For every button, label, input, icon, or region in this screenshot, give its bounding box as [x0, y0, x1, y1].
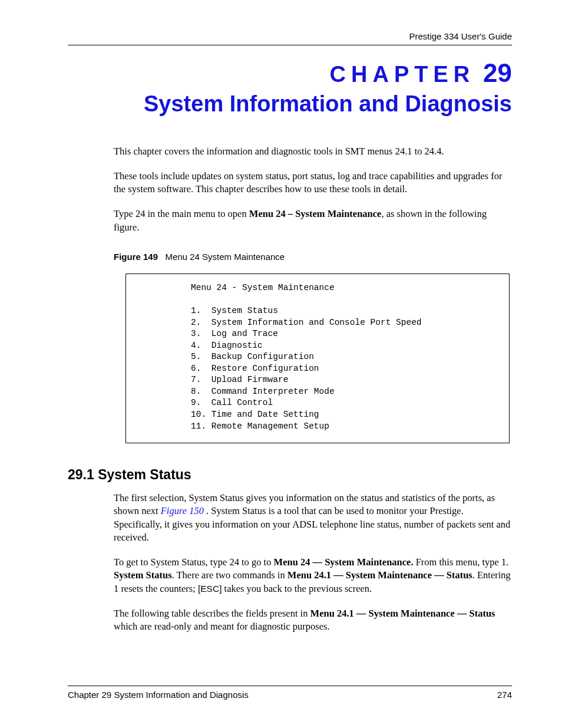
section-body: The first selection, System Status gives…: [114, 492, 512, 633]
page-footer: Chapter 29 System Information and Diagno…: [68, 686, 512, 700]
key-esc: [ESC]: [198, 584, 222, 594]
text: . There are two commands in: [172, 569, 287, 581]
running-header: Prestige 334 User's Guide: [68, 31, 512, 45]
intro-para-1: This chapter covers the information and …: [114, 145, 512, 158]
menu-name: Menu 24 — System Maintenance.: [274, 556, 414, 568]
section-para-1: The first selection, System Status gives…: [114, 492, 512, 544]
chapter-title: System Information and Diagnosis: [68, 90, 512, 118]
intro-para-3: Type 24 in the main menu to open Menu 24…: [114, 207, 512, 234]
chapter-label: CHAPTER: [330, 62, 475, 87]
figure-title: Menu 24 System Maintenance: [166, 252, 285, 262]
section-para-2: To get to System Status, type 24 to go t…: [114, 556, 512, 595]
chapter-heading: CHAPTER 29 System Information and Diagno…: [68, 58, 512, 118]
menu-name: Menu 24.1 — System Maintenance — Status: [287, 569, 472, 581]
section-heading: 29.1 System Status: [68, 467, 512, 483]
menu-name: Menu 24.1 — System Maintenance — Status: [310, 608, 495, 619]
menu-name: Menu 24 – System Maintenance: [249, 208, 382, 219]
text: From this menu, type 1.: [414, 556, 509, 568]
bottom-rule: [68, 686, 512, 686]
section-para-3: The following table describes the fields…: [114, 607, 512, 634]
top-rule: [68, 45, 512, 45]
footer-chapter: Chapter 29 System Information and Diagno…: [68, 690, 249, 700]
intro-para-2: These tools include updates on system st…: [114, 170, 512, 196]
figure-label: Figure 149: [114, 252, 158, 262]
text: takes you back to the previous screen.: [222, 583, 372, 594]
text: Type 24 in the main menu to open: [114, 208, 249, 219]
figure-link[interactable]: Figure 150: [161, 505, 206, 516]
chapter-number: 29: [483, 58, 512, 87]
text: which are read-only and meant for diagno…: [114, 621, 330, 632]
page-number: 274: [497, 690, 512, 700]
body-block: This chapter covers the information and …: [114, 145, 512, 444]
menu-name: System Status: [114, 569, 172, 581]
terminal-screen: Menu 24 - System Maintenance 1. System S…: [125, 274, 510, 443]
figure-caption: Figure 149 Menu 24 System Maintenance: [114, 252, 512, 262]
page: Prestige 334 User's Guide CHAPTER 29 Sys…: [0, 0, 562, 728]
text: The following table describes the fields…: [114, 608, 310, 619]
text: To get to System Status, type 24 to go t…: [114, 556, 274, 568]
